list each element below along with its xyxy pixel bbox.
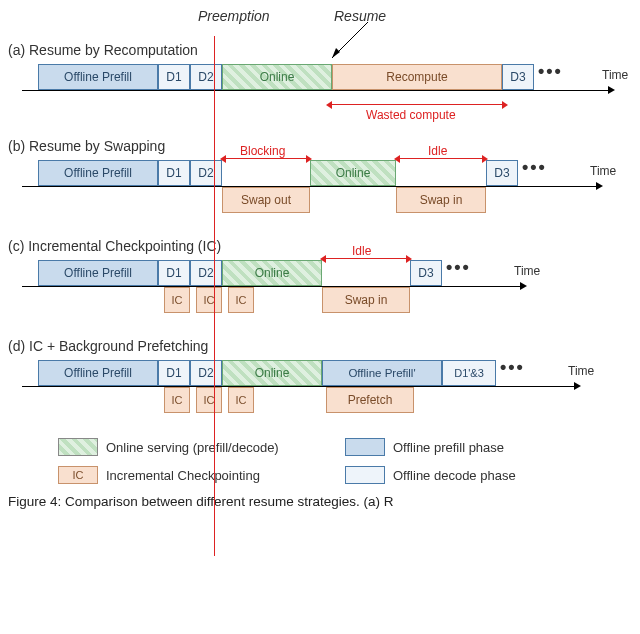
block-offline-prefill: Offline Prefill bbox=[38, 160, 158, 186]
block-prefetch: Prefetch bbox=[326, 387, 414, 413]
block-online: Online bbox=[222, 260, 322, 286]
idle-arrow bbox=[326, 258, 406, 259]
block-swap-out: Swap out bbox=[222, 187, 310, 213]
wasted-label: Wasted compute bbox=[366, 108, 456, 122]
row-title: (b) Resume by Swapping bbox=[8, 138, 632, 154]
block-offline-prefill2: Offline Prefill' bbox=[322, 360, 442, 386]
block-d1: D1 bbox=[158, 160, 190, 186]
block-ic: IC bbox=[228, 287, 254, 313]
legend-label: Online serving (prefill/decode) bbox=[106, 440, 279, 455]
legend-label: Offline prefill phase bbox=[393, 440, 504, 455]
block-d3: D3 bbox=[410, 260, 442, 286]
ellipsis-icon: ••• bbox=[500, 357, 525, 378]
block-ic: IC bbox=[164, 287, 190, 313]
legend-online: Online serving (prefill/decode) bbox=[58, 438, 315, 456]
axis-arrowhead-icon bbox=[574, 382, 581, 390]
wasted-arrow bbox=[332, 104, 502, 105]
block-d1-3: D1'&3 bbox=[442, 360, 496, 386]
block-d3: D3 bbox=[502, 64, 534, 90]
block-swap-in: Swap in bbox=[322, 287, 410, 313]
block-d1: D1 bbox=[158, 360, 190, 386]
time-label: Time bbox=[590, 164, 616, 178]
block-d2: D2 bbox=[190, 64, 222, 90]
block-ic: IC bbox=[228, 387, 254, 413]
block-offline-prefill: Offline Prefill bbox=[38, 64, 158, 90]
ellipsis-icon: ••• bbox=[446, 257, 471, 278]
idle-label: Idle bbox=[428, 144, 447, 158]
legend-ic: IC Incremental Checkpointing bbox=[58, 466, 315, 484]
ellipsis-icon: ••• bbox=[522, 157, 547, 178]
online-swatch-icon bbox=[58, 438, 98, 456]
block-online: Online bbox=[222, 360, 322, 386]
time-label: Time bbox=[514, 264, 540, 278]
preemption-line bbox=[214, 36, 215, 517]
row-b: (b) Resume by Swapping Offline Prefill D… bbox=[8, 138, 632, 224]
offline-decode-swatch-icon bbox=[345, 466, 385, 484]
idle-label: Idle bbox=[352, 244, 371, 258]
time-label: Time bbox=[602, 68, 628, 82]
blocking-arrow bbox=[226, 158, 306, 159]
row-title: (d) IC + Background Prefetching bbox=[8, 338, 632, 354]
block-ic: IC bbox=[196, 287, 222, 313]
row-title: (a) Resume by Recomputation bbox=[8, 42, 632, 58]
block-offline-prefill: Offline Prefill bbox=[38, 260, 158, 286]
ellipsis-icon: ••• bbox=[538, 61, 563, 82]
legend-label: Offline decode phase bbox=[393, 468, 516, 483]
axis-arrowhead-icon bbox=[608, 86, 615, 94]
legend-offline-decode: Offline decode phase bbox=[345, 466, 602, 484]
block-swap-in: Swap in bbox=[396, 187, 486, 213]
block-d1: D1 bbox=[158, 260, 190, 286]
row-c: (c) Incremental Checkpointing (IC) Offli… bbox=[8, 238, 632, 324]
row-d: (d) IC + Background Prefetching Offline … bbox=[8, 338, 632, 424]
row-title: (c) Incremental Checkpointing (IC) bbox=[8, 238, 632, 254]
block-d1: D1 bbox=[158, 64, 190, 90]
block-online: Online bbox=[222, 64, 332, 90]
block-online: Online bbox=[310, 160, 396, 186]
block-offline-prefill: Offline Prefill bbox=[38, 360, 158, 386]
blocking-label: Blocking bbox=[240, 144, 285, 158]
time-axis bbox=[22, 286, 520, 287]
time-axis bbox=[22, 386, 574, 387]
offline-prefill-swatch-icon bbox=[345, 438, 385, 456]
block-ic: IC bbox=[164, 387, 190, 413]
header: Preemption Resume bbox=[8, 8, 632, 38]
block-recompute: Recompute bbox=[332, 64, 502, 90]
legend-label: Incremental Checkpointing bbox=[106, 468, 260, 483]
block-d3: D3 bbox=[486, 160, 518, 186]
legend-offline-prefill: Offline prefill phase bbox=[345, 438, 602, 456]
row-a: (a) Resume by Recomputation Offline Pref… bbox=[8, 42, 632, 124]
block-d2: D2 bbox=[190, 160, 222, 186]
block-d2: D2 bbox=[190, 260, 222, 286]
block-d2: D2 bbox=[190, 360, 222, 386]
time-axis bbox=[22, 90, 608, 91]
block-ic: IC bbox=[196, 387, 222, 413]
preemption-label: Preemption bbox=[198, 8, 270, 24]
legend: Online serving (prefill/decode) Offline … bbox=[58, 438, 602, 484]
idle-arrow bbox=[400, 158, 482, 159]
axis-arrowhead-icon bbox=[596, 182, 603, 190]
axis-arrowhead-icon bbox=[520, 282, 527, 290]
figure-caption: Figure 4: Comparison between different r… bbox=[8, 494, 632, 509]
ic-swatch-icon: IC bbox=[58, 466, 98, 484]
time-label: Time bbox=[568, 364, 594, 378]
